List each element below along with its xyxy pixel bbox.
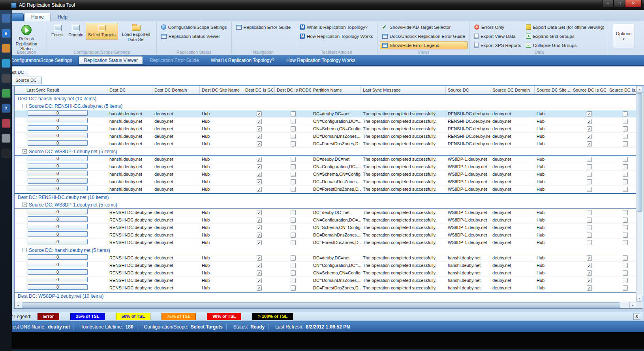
grid-row[interactable]: 0hanshi.deuby.netdeuby.netHubDC=ForestDn… (15, 186, 636, 193)
checkbox[interactable] (257, 233, 262, 238)
show-hide-ad-target-selector-item[interactable]: Show/Hide AD Target Selector (380, 23, 468, 31)
checkbox[interactable] (623, 157, 628, 162)
column-header[interactable]: Dest DC Site Name (200, 86, 243, 94)
checkbox[interactable] (587, 179, 592, 184)
export-dataset-item[interactable]: Export Data Set (for offline viewing) (524, 23, 607, 31)
collapse-icon[interactable]: − (23, 248, 27, 252)
checkbox[interactable] (623, 126, 628, 131)
grid-row[interactable]: 0hanshi.deuby.netdeuby.netHubCN=Configur… (15, 118, 636, 125)
group-chip-source-dc[interactable]: Source DC (10, 77, 42, 84)
checkbox[interactable] (291, 285, 296, 291)
checkbox[interactable] (291, 278, 296, 283)
checkbox[interactable] (587, 157, 592, 162)
checkbox[interactable] (257, 278, 262, 283)
load-exported-dataset-button[interactable]: Load Exported Data Set (118, 23, 154, 44)
checkbox[interactable] (587, 270, 592, 276)
checkbox[interactable] (623, 233, 628, 238)
group-header-source[interactable]: −Source DC: WS8DP-1.deuby.net (5 items) (15, 148, 636, 156)
checkbox[interactable] (257, 134, 262, 139)
checkbox[interactable] (257, 270, 262, 276)
ribbon-tab-home[interactable]: Home (24, 13, 51, 21)
checkbox[interactable] (587, 119, 592, 124)
horizontal-scrollbar[interactable] (15, 302, 636, 308)
grid-row[interactable]: 0RENSHI-DC.deuby.netdeuby.netHubCN=Confi… (15, 262, 636, 269)
checkbox[interactable] (587, 240, 592, 245)
how-replication-topology-works-item[interactable]: How Replication Topology Works (297, 32, 376, 40)
configuration-scope-settings-item[interactable]: Configuration/Scope Settings (159, 23, 229, 31)
collapse-icon[interactable]: − (23, 149, 27, 154)
grid-row[interactable]: 0hanshi.deuby.netdeuby.netHubDC=deuby,DC… (15, 156, 636, 163)
collapse-icon[interactable]: − (23, 104, 27, 108)
checkbox[interactable] (257, 111, 262, 116)
column-header[interactable]: Last Sync Result (15, 86, 107, 94)
checkbox[interactable] (587, 126, 592, 131)
checkbox[interactable] (587, 111, 592, 116)
checkbox[interactable] (291, 233, 296, 238)
ribbon-tab-help[interactable]: Help (51, 13, 74, 21)
checkbox[interactable] (257, 285, 262, 291)
checkbox[interactable] (291, 218, 296, 223)
collapse-grid-groups-item[interactable]: Collapse Grid Groups (524, 41, 607, 49)
grid-row[interactable]: 0RENSHI-DC.deuby.netdeuby.netHubDC=Domai… (15, 277, 636, 284)
checkbox[interactable] (291, 157, 296, 162)
group-header-dest[interactable]: Dest DC: hanshi.deuby.net (10 items) (15, 94, 636, 102)
checkbox[interactable] (623, 187, 628, 192)
checkbox[interactable] (587, 172, 592, 177)
select-targets-button[interactable]: Select Targets (86, 23, 118, 39)
checkbox[interactable] (623, 119, 628, 124)
group-header-source[interactable]: −Source DC: hanshi.deuby.net (5 items) (15, 246, 636, 254)
checkbox[interactable] (623, 141, 628, 146)
app-icon-black[interactable] (2, 149, 10, 158)
checkbox[interactable] (291, 240, 296, 245)
scroll-up-arrow[interactable] (636, 86, 643, 93)
checkbox[interactable] (257, 164, 262, 169)
checkbox[interactable] (623, 218, 628, 223)
browser-e-icon[interactable]: e (2, 29, 10, 38)
checkbox[interactable] (291, 270, 296, 276)
column-header[interactable]: Dest DC Domain (152, 86, 200, 94)
checkbox[interactable] (587, 225, 592, 230)
checkbox[interactable] (257, 263, 262, 268)
checkbox[interactable] (257, 255, 262, 261)
column-header[interactable]: Dest DC Is RODC? (275, 86, 311, 94)
checkbox[interactable] (257, 240, 262, 245)
checkbox[interactable] (587, 255, 592, 261)
vertical-scroll-thumb[interactable] (637, 93, 642, 212)
app-icon-orange[interactable] (2, 44, 10, 53)
column-header[interactable]: Source DC Domain (490, 86, 535, 94)
replication-error-guide-item[interactable]: Replication Error Guide (234, 23, 293, 31)
grid-row[interactable]: 0RENSHI-DC.deuby.netdeuby.netHubCN=Schem… (15, 224, 636, 231)
checkbox[interactable] (257, 119, 262, 124)
checkbox[interactable] (587, 134, 592, 139)
checkbox[interactable] (291, 164, 296, 169)
checkbox[interactable] (587, 187, 592, 192)
app-icon-green[interactable] (2, 89, 10, 98)
scroll-down-arrow[interactable] (636, 295, 643, 302)
checkbox[interactable] (623, 240, 628, 245)
column-header[interactable]: Source DC Is GC? (571, 86, 607, 94)
checkbox[interactable] (257, 179, 262, 184)
checkbox[interactable] (257, 157, 262, 162)
grid-row[interactable]: 0RENSHI-DC.deuby.netdeuby.netHubDC=Domai… (15, 231, 636, 239)
checkbox[interactable] (291, 187, 296, 192)
domain-button[interactable]: Domain (66, 23, 86, 39)
group-header-source[interactable]: −Source DC: RENSHI-DC.deuby.net (5 items… (15, 102, 636, 110)
checkbox[interactable] (291, 263, 296, 268)
replication-status-viewer-item[interactable]: Replication Status Viewer (159, 32, 229, 40)
refresh-replication-status-button[interactable]: Refresh Replication Status (8, 23, 45, 53)
checkbox[interactable] (291, 119, 296, 124)
checkbox[interactable] (587, 141, 592, 146)
checkbox[interactable] (623, 263, 628, 268)
column-header[interactable]: Dest DC (107, 86, 152, 94)
checkbox[interactable] (257, 126, 262, 131)
group-header-dest[interactable]: Dest DC: RENSHI-DC.deuby.net (10 items) (15, 193, 636, 201)
checkbox[interactable] (587, 210, 592, 215)
options-button[interactable]: Options ▼ (613, 24, 635, 48)
column-header[interactable]: Source DC Is... (607, 86, 636, 94)
checkbox[interactable] (257, 210, 262, 215)
checkbox[interactable] (291, 141, 296, 146)
checkbox[interactable] (291, 134, 296, 139)
export-view-data-item[interactable]: Export View Data (472, 32, 524, 40)
window-fragment-icon[interactable] (2, 14, 10, 23)
grid-row[interactable]: 0hanshi.deuby.netdeuby.netHubCN=Configur… (15, 163, 636, 171)
